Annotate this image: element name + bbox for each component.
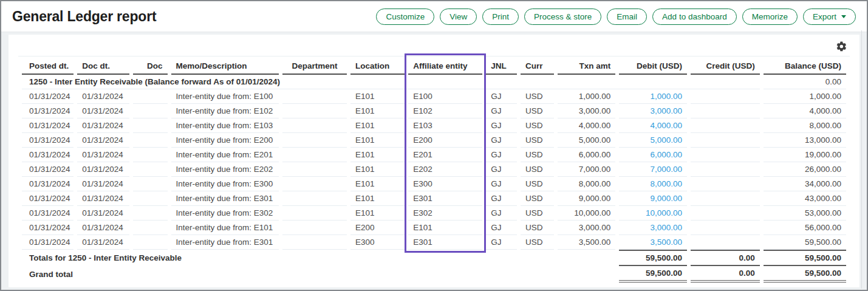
cell-txn: 7,000.00 [558,162,615,177]
button-label: Customize [386,12,425,21]
table-row: 01/31/202401/31/2024Inter-entity due fro… [22,221,846,235]
column-header-credit: Credit (USD) [691,58,760,75]
button-label: Process & store [534,12,592,21]
debit-amount-link[interactable]: 4,000.00 [619,118,687,133]
print-button[interactable]: Print [482,9,519,25]
cell-doc [133,89,168,104]
general-ledger-table: Posted dt.Doc dt.DocMemo/DescriptionDepa… [18,58,850,282]
debit-amount-link[interactable]: 3,000.00 [619,221,687,235]
caret-down-icon [841,15,846,18]
debit-amount-link[interactable]: 3,500.00 [619,235,687,250]
column-header-affiliate: Affiliate entity [408,58,482,75]
column-header-posted: Posted dt. [22,58,73,75]
view-button[interactable]: View [440,9,477,25]
cell-affiliate: E301 [408,235,482,250]
memorize-button[interactable]: Memorize [742,9,798,25]
cell-txn: 6,000.00 [558,148,615,162]
customize-button[interactable]: Customize [376,9,434,25]
cell-balance: 13,000.00 [764,133,846,148]
cell-doc [133,206,168,221]
cell-doc [133,133,168,148]
cell-dept [282,118,347,133]
cell-balance: 53,000.00 [764,206,846,221]
page-body: Posted dt.Doc dt.DocMemo/DescriptionDepa… [1,32,867,291]
debit-amount-link[interactable]: 7,000.00 [619,162,687,177]
debit-amount-link[interactable]: 5,000.00 [619,133,687,148]
cell-dept [282,191,347,206]
cell-docdt: 01/31/2024 [77,235,129,250]
cell-docdt: 01/31/2024 [77,89,129,104]
cell-memo: Inter-entity due from: E302 [171,206,279,221]
cell-posted: 01/31/2024 [22,133,73,148]
cell-credit [691,133,760,148]
gear-icon[interactable] [836,41,847,52]
cell-affiliate: E300 [408,177,482,191]
cell-docdt: 01/31/2024 [77,104,129,118]
cell-memo: Inter-entity due from: E301 [171,235,279,250]
cell-curr: USD [521,221,554,235]
cell-curr: USD [521,191,554,206]
cell-balance: 8,000.00 [764,118,846,133]
cell-doc [133,148,168,162]
cell-affiliate: E101 [408,221,482,235]
export-button[interactable]: Export [803,9,856,25]
cell-docdt: 01/31/2024 [77,162,129,177]
debit-amount-link[interactable]: 6,000.00 [619,148,687,162]
debit-amount-link[interactable]: 10,000.00 [619,206,687,221]
cell-affiliate: E202 [408,162,482,177]
button-label: Export [813,12,836,21]
column-header-doc: Doc [133,58,168,75]
cell-affiliate: E103 [408,118,482,133]
debit-amount-link[interactable]: 1,000.00 [619,89,687,104]
cell-dept [282,148,347,162]
cell-balance: 56,000.00 [764,221,846,235]
cell-curr: USD [521,162,554,177]
cell-location: E101 [350,206,405,221]
cell-doc [133,104,168,118]
report-panel: Posted dt.Doc dt.DocMemo/DescriptionDepa… [9,35,859,287]
debit-amount-link[interactable]: 3,000.00 [619,104,687,118]
cell-dept [282,89,347,104]
column-header-dept: Department [282,58,347,75]
cell-credit-total: 0.00 [691,250,760,265]
column-header-txn: Txn amt [558,58,615,75]
cell-memo: Inter-entity due from: E103 [171,118,279,133]
column-header-balance: Balance (USD) [764,58,846,75]
add-to-dashboard-button[interactable]: Add to dashboard [652,9,737,25]
cell-txn: 3,000.00 [558,221,615,235]
cell-memo: Inter-entity due from: E102 [171,104,279,118]
cell-doc [133,221,168,235]
cell-location: E101 [350,118,405,133]
column-header-location: Location [350,58,405,75]
cell-credit [691,206,760,221]
cell-balance: 0.00 [764,75,846,89]
report-action-toolbar: CustomizeViewPrintProcess & storeEmailAd… [376,9,856,25]
cell-txn: 9,000.00 [558,191,615,206]
cell-dept [282,162,347,177]
table-row: 01/31/202401/31/2024Inter-entity due fro… [22,235,846,250]
cell-credit [691,148,760,162]
grand-total-row: Grand total59,500.000.0059,500.00 [22,265,846,282]
cell-posted: 01/31/2024 [22,235,73,250]
table-row: 01/31/202401/31/2024Inter-entity due fro… [22,177,846,191]
table-row: 01/31/202401/31/2024Inter-entity due fro… [22,118,846,133]
cell-posted: 01/31/2024 [22,177,73,191]
cell-balance: 43,000.00 [764,191,846,206]
cell-credit-total: 0.00 [691,265,760,282]
process-store-button[interactable]: Process & store [524,9,601,25]
email-button[interactable]: Email [607,9,647,25]
cell-posted: 01/31/2024 [22,162,73,177]
debit-amount-link[interactable]: 9,000.00 [619,191,687,206]
cell-affiliate: E201 [408,148,482,162]
cell-docdt: 01/31/2024 [77,177,129,191]
button-label: Email [617,12,637,21]
debit-amount-link[interactable]: 8,000.00 [619,177,687,191]
cell-posted: 01/31/2024 [22,148,73,162]
cell-jnl: GJ [486,191,517,206]
cell-curr: USD [521,148,554,162]
button-label: Add to dashboard [662,12,727,21]
cell-balance: 19,000.00 [764,148,846,162]
cell-doc [133,191,168,206]
cell-jnl: GJ [486,177,517,191]
right-gutter-divider [861,30,862,289]
